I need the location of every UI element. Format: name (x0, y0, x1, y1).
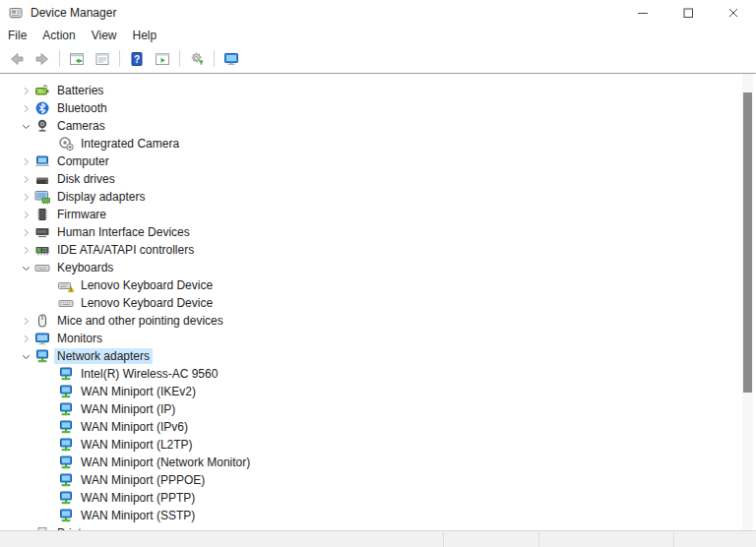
tree-item-monitors[interactable]: Monitors (0, 330, 756, 347)
expander-spacer (41, 384, 57, 399)
toolbar-separator (119, 50, 120, 67)
keyboard-icon (34, 260, 50, 275)
taskbar-strip[interactable] (0, 530, 756, 547)
tree-item-ide-ata-atapi-controllers[interactable]: IDE ATA/ATAPI controllers (0, 241, 756, 259)
tree-item-wan-miniport-ipv6[interactable]: WAN Miniport (IPv6) (0, 418, 756, 436)
chevron-right-icon[interactable] (18, 242, 33, 258)
menu-help[interactable]: Help (125, 27, 165, 44)
menu-file[interactable]: File (8, 27, 34, 44)
tree-item-label: WAN Miniport (IPv6) (78, 419, 191, 435)
tree-item-display-adapters[interactable]: Display adapters (0, 188, 756, 206)
menu-view[interactable]: View (84, 27, 125, 44)
properties-button[interactable] (91, 48, 114, 69)
chevron-down-icon[interactable] (18, 118, 33, 134)
tree-item-batteries[interactable]: Batteries (0, 82, 756, 99)
expander-spacer (41, 277, 57, 293)
tree-item-lenovo-keyboard-device[interactable]: Lenovo Keyboard Device (0, 294, 756, 312)
chevron-right-icon[interactable] (18, 100, 33, 116)
svg-text:?: ? (134, 53, 140, 64)
tree-item-integrated-camera[interactable]: Integrated Camera (0, 135, 756, 152)
show-hide-console-tree-button[interactable] (65, 48, 89, 69)
webcam-icon (34, 118, 50, 134)
chevron-right-icon[interactable] (18, 331, 33, 346)
chevron-down-icon[interactable] (18, 260, 33, 275)
device-tree: BatteriesBluetoothCamerasIntegrated Came… (0, 74, 756, 530)
expander-spacer (41, 437, 57, 453)
tree-item-intel-r-wireless-ac-9560[interactable]: Intel(R) Wireless-AC 9560 (0, 365, 756, 383)
toolbar-separator (59, 50, 60, 67)
hid-icon (34, 224, 50, 240)
maximize-button[interactable] (665, 0, 711, 26)
menu-bar: FileActionViewHelp (0, 26, 756, 45)
network-adapter-icon (58, 401, 74, 417)
tree-item-label: Batteries (54, 83, 106, 98)
chevron-right-icon[interactable] (18, 224, 33, 240)
close-button[interactable] (711, 0, 756, 26)
tree-item-disk-drives[interactable]: Disk drives (0, 170, 756, 188)
tree-item-wan-miniport-ikev2[interactable]: WAN Miniport (IKEv2) (0, 383, 756, 400)
expander-spacer (41, 508, 57, 523)
tree-item-label: Human Interface Devices (54, 224, 193, 240)
chevron-right-icon[interactable] (18, 189, 33, 205)
tree-item-label: WAN Miniport (PPPOE) (78, 472, 208, 488)
tree-item-bluetooth[interactable]: Bluetooth (0, 99, 756, 117)
tree-item-label: Firmware (54, 207, 109, 222)
tree-item-label: WAN Miniport (Network Monitor) (78, 455, 253, 470)
tree-item-mice-and-other-pointing-devices[interactable]: Mice and other pointing devices (0, 312, 756, 330)
network-adapter-icon (58, 455, 74, 470)
device-manager-window: Device Manager FileActionViewHelp ? Batt… (0, 0, 756, 547)
chevron-right-icon[interactable] (18, 313, 33, 329)
network-adapter-icon (58, 384, 74, 399)
chevron-right-icon[interactable] (18, 207, 33, 222)
tree-item-label: WAN Miniport (IKEv2) (78, 384, 199, 399)
tree-item-wan-miniport-sstp[interactable]: WAN Miniport (SSTP) (0, 507, 756, 524)
tree-item-label: Monitors (54, 331, 105, 346)
tree-item-keyboards[interactable]: Keyboards (0, 259, 756, 276)
keyboard-warning-icon (58, 277, 74, 293)
show-hide-console-tree-icon (69, 51, 85, 67)
tree-item-wan-miniport-pppoe[interactable]: WAN Miniport (PPPOE) (0, 471, 756, 489)
back-arrow-button[interactable] (5, 48, 29, 69)
window-title: Device Manager (31, 6, 116, 20)
tree-item-label: Network adapters (54, 348, 153, 364)
tree-item-wan-miniport-l2tp[interactable]: WAN Miniport (L2TP) (0, 436, 756, 454)
scrollbar-thumb[interactable] (743, 92, 752, 393)
chevron-right-icon[interactable] (18, 153, 33, 169)
expander-spacer (41, 455, 57, 470)
tree-item-firmware[interactable]: Firmware (0, 206, 756, 223)
scan-hardware-changes-button[interactable] (220, 48, 243, 69)
title-bar: Device Manager (0, 0, 756, 26)
chevron-right-icon[interactable] (18, 171, 33, 187)
tree-item-wan-miniport-network-monitor[interactable]: WAN Miniport (Network Monitor) (0, 454, 756, 471)
tree-item-human-interface-devices[interactable]: Human Interface Devices (0, 223, 756, 241)
forward-arrow-button[interactable] (31, 48, 54, 69)
tree-item-network-adapters[interactable]: Network adapters (0, 347, 756, 365)
tree-item-cameras[interactable]: Cameras (0, 117, 756, 135)
network-adapter-icon (58, 366, 74, 382)
chevron-right-icon[interactable] (18, 83, 33, 98)
chevron-down-icon[interactable] (18, 348, 33, 364)
tree-item-label: IDE ATA/ATAPI controllers (54, 242, 197, 258)
close-icon (725, 5, 741, 21)
menu-action[interactable]: Action (34, 27, 83, 44)
vertical-scrollbar[interactable] (742, 74, 753, 530)
properties-icon (94, 51, 110, 67)
update-driver-button[interactable] (185, 48, 209, 69)
action-pane-button[interactable] (151, 48, 174, 69)
computer-icon (34, 153, 50, 169)
tree-item-lenovo-keyboard-device[interactable]: Lenovo Keyboard Device (0, 276, 756, 294)
action-pane-icon (155, 51, 170, 67)
ide-controller-icon (34, 242, 50, 258)
minimize-button[interactable] (620, 0, 665, 26)
back-arrow-icon (9, 51, 25, 67)
help-button[interactable]: ? (125, 48, 149, 69)
toolbar-separator (179, 50, 180, 67)
tree-item-wan-miniport-ip[interactable]: WAN Miniport (IP) (0, 400, 756, 418)
network-adapter-icon (58, 419, 74, 435)
tree-item-label: Keyboards (54, 260, 116, 275)
tree-item-computer[interactable]: Computer (0, 152, 756, 170)
monitor-icon (34, 331, 50, 346)
forward-arrow-icon (34, 51, 50, 67)
firmware-icon (34, 207, 50, 222)
tree-item-wan-miniport-pptp[interactable]: WAN Miniport (PPTP) (0, 489, 756, 507)
